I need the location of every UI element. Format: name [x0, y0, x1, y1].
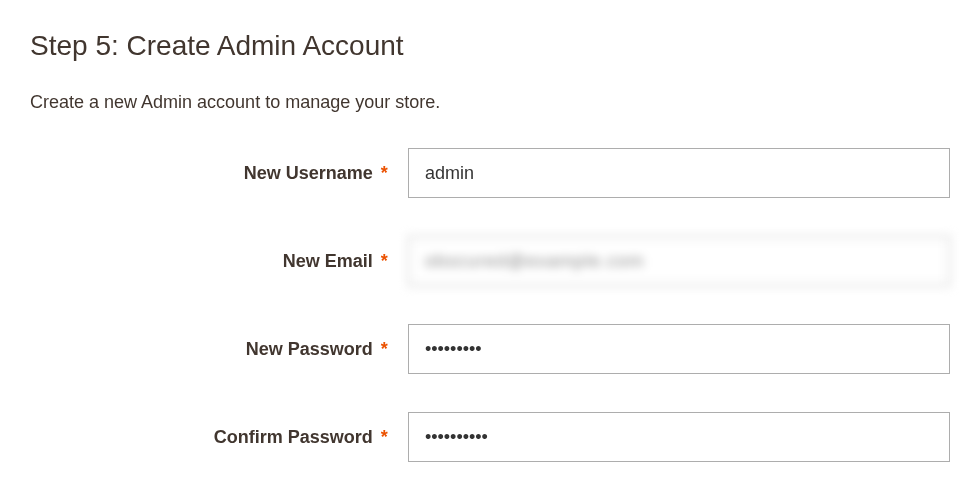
required-asterisk-icon: *	[381, 339, 388, 360]
confirm-password-label: Confirm Password	[214, 427, 373, 448]
form-row-username: New Username *	[30, 148, 950, 198]
required-asterisk-icon: *	[381, 251, 388, 272]
label-container-confirm-password: Confirm Password *	[30, 427, 408, 448]
form-row-confirm-password: Confirm Password *	[30, 412, 950, 462]
page-description: Create a new Admin account to manage you…	[30, 92, 950, 113]
label-container-username: New Username *	[30, 163, 408, 184]
label-container-email: New Email *	[30, 251, 408, 272]
page-title: Step 5: Create Admin Account	[30, 30, 950, 62]
email-input[interactable]	[408, 236, 950, 286]
password-label: New Password	[246, 339, 373, 360]
username-label: New Username	[244, 163, 373, 184]
label-container-password: New Password *	[30, 339, 408, 360]
required-asterisk-icon: *	[381, 427, 388, 448]
form-row-email: New Email *	[30, 236, 950, 286]
required-asterisk-icon: *	[381, 163, 388, 184]
username-input[interactable]	[408, 148, 950, 198]
confirm-password-input[interactable]	[408, 412, 950, 462]
password-input[interactable]	[408, 324, 950, 374]
email-label: New Email	[283, 251, 373, 272]
form-row-password: New Password *	[30, 324, 950, 374]
